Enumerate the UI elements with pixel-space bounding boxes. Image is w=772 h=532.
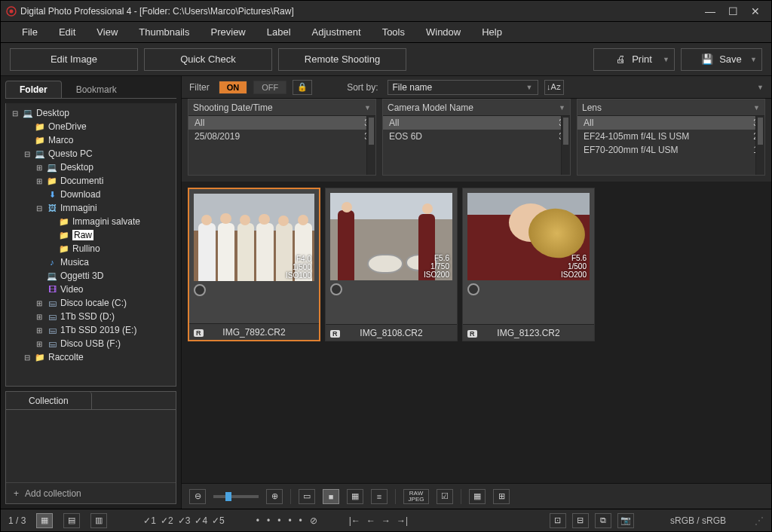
tree-item[interactable]: ⊞🖴Disco locale (C:)	[6, 296, 176, 310]
menu-adjustment[interactable]: Adjustment	[302, 22, 372, 42]
view-grid-button[interactable]: ▦	[347, 489, 363, 504]
thumbnail-grid[interactable]: F4.01/500ISO100RIMG_7892.CR2F5.61/750ISO…	[182, 182, 771, 483]
dot-icon[interactable]: •	[299, 515, 302, 526]
expand-toggle[interactable]: ⊞	[35, 313, 44, 321]
quick-check-button[interactable]: Quick Check	[144, 48, 272, 71]
thumbnail[interactable]: F5.61/750ISO200RIMG_8108.CR2	[325, 188, 458, 341]
tree-item[interactable]: ⊟🖼Immagini	[6, 201, 176, 215]
print-button[interactable]: 🖨 Print ▼	[593, 48, 675, 71]
checkmark-4[interactable]: ✓4	[195, 515, 207, 526]
dot-icon[interactable]: •	[288, 515, 291, 526]
prev-button[interactable]: ←	[366, 515, 375, 526]
view-fill-button[interactable]: ■	[323, 489, 339, 504]
menu-help[interactable]: Help	[471, 22, 513, 42]
tree-item[interactable]: ⊞📁Documenti	[6, 174, 176, 188]
scrollbar[interactable]	[561, 116, 570, 175]
thumbnail[interactable]: F5.61/500ISO200RIMG_8123.CR2	[462, 188, 595, 341]
dot-icon[interactable]: •	[256, 515, 259, 526]
tree-item[interactable]: ⊟💻Questo PC	[6, 147, 176, 161]
filter-row[interactable]: All3	[577, 116, 764, 130]
close-button[interactable]: ✕	[744, 4, 767, 19]
view-single-button[interactable]: ▭	[299, 489, 315, 504]
menu-view[interactable]: View	[86, 22, 128, 42]
tree-item[interactable]: ⊞💻Desktop	[6, 161, 176, 174]
menu-window[interactable]: Window	[415, 22, 471, 42]
tree-item[interactable]: ⊟📁Raccolte	[6, 350, 176, 364]
checkmark-1[interactable]: ✓1	[143, 515, 156, 526]
tree-item[interactable]: 📁Rullino	[6, 242, 176, 255]
save-button[interactable]: 💾 Save ▼	[681, 48, 762, 71]
menu-preview[interactable]: Preview	[201, 22, 256, 42]
zoom-in-button[interactable]: ⊕	[266, 489, 283, 504]
expand-toggle[interactable]: ⊞	[35, 326, 44, 335]
expand-toggle[interactable]: ⊟	[23, 353, 32, 362]
view-thumb2-button[interactable]: ⊞	[493, 489, 510, 504]
filter-off-button[interactable]: OFF	[253, 81, 286, 94]
expand-toggle[interactable]: ⊞	[35, 299, 44, 307]
filter-row[interactable]: All3	[188, 116, 375, 130]
layout-vsplit-button[interactable]: ▥	[90, 513, 107, 528]
checkmark-2[interactable]: ✓2	[161, 515, 173, 526]
menu-thumbnails[interactable]: Thumbnails	[128, 22, 200, 42]
tree-item[interactable]: ⊞🖴1Tb SSD (D:)	[6, 310, 176, 323]
menu-file[interactable]: File	[11, 22, 48, 42]
compare-button[interactable]: ⧉	[595, 513, 611, 528]
expand-toggle[interactable]: ⊟	[23, 150, 32, 158]
menu-tools[interactable]: Tools	[372, 22, 415, 42]
tab-bookmark[interactable]: Bookmark	[62, 81, 131, 98]
histogram-button[interactable]: ⊡	[550, 513, 566, 528]
camera-button[interactable]: 📷	[617, 513, 634, 528]
expand-toggle[interactable]: ⊞	[35, 177, 44, 185]
last-button[interactable]: →|	[397, 515, 408, 526]
scrollbar[interactable]	[755, 116, 764, 175]
dot-icon[interactable]: •	[267, 515, 270, 526]
tree-item[interactable]: ⊟💻Desktop	[6, 106, 176, 120]
filter-header[interactable]: Lens▼	[577, 99, 764, 116]
dot-icon[interactable]: •	[277, 515, 280, 526]
zoom-slider[interactable]	[213, 495, 259, 498]
info-button[interactable]: ⊟	[572, 513, 589, 528]
tree-item[interactable]: ⊞🖴1Tb SSD 2019 (E:)	[6, 323, 176, 337]
raw-jpeg-button[interactable]: RAW JPEG	[403, 489, 429, 504]
thumbnail[interactable]: F4.01/500ISO100RIMG_7892.CR2	[188, 188, 320, 341]
view-list-button[interactable]: ≡	[371, 489, 388, 504]
tab-folder[interactable]: Folder	[5, 81, 62, 98]
menu-label[interactable]: Label	[256, 22, 302, 42]
folder-tree[interactable]: ⊟💻Desktop📁OneDrive📁Marco⊟💻Questo PC⊞💻Des…	[5, 103, 176, 387]
reject-icon[interactable]: ⊘	[310, 515, 317, 526]
filter-header[interactable]: Camera Model Name▼	[383, 99, 570, 116]
expand-toggle[interactable]: ⊟	[11, 109, 20, 118]
view-thumb1-button[interactable]: ▦	[469, 489, 486, 504]
expand-toggle[interactable]: ⊟	[35, 204, 44, 212]
tree-item[interactable]: ⬇Download	[6, 188, 176, 201]
checkmark-3[interactable]: ✓3	[178, 515, 191, 526]
sort-by-select[interactable]: File name ▼	[388, 80, 538, 95]
tree-item[interactable]: 📁OneDrive	[6, 120, 176, 133]
zoom-out-button[interactable]: ⊖	[189, 489, 206, 504]
expand-toggle[interactable]: ⊞	[35, 340, 44, 348]
select-all-button[interactable]: ☑	[437, 489, 453, 504]
minimize-button[interactable]: —	[699, 4, 721, 19]
checkmark-5[interactable]: ✓5	[212, 515, 225, 526]
edit-image-button[interactable]: Edit Image	[10, 48, 138, 71]
filter-row[interactable]: 25/08/20193	[188, 130, 375, 143]
filter-row[interactable]: EF70-200mm f/4L USM1	[577, 143, 764, 157]
chevron-down-icon[interactable]: ▼	[757, 84, 764, 91]
tree-item[interactable]: ♪Musica	[6, 255, 176, 269]
filter-row[interactable]: EOS 6D3	[383, 130, 570, 143]
filter-row[interactable]: All3	[383, 116, 570, 130]
expand-toggle[interactable]: ⊞	[35, 164, 44, 172]
resize-grip-icon[interactable]: ⋰	[755, 515, 764, 526]
tree-item[interactable]: 📁Raw	[6, 228, 176, 242]
add-collection-button[interactable]: + Add collection	[6, 482, 176, 503]
tree-item[interactable]: 📁Immagini salvate	[6, 215, 176, 228]
maximize-button[interactable]: ☐	[721, 4, 744, 19]
first-button[interactable]: |←	[349, 515, 360, 526]
layout-grid-button[interactable]: ▦	[36, 513, 53, 528]
sort-direction-button[interactable]: ↓Aᴢ	[544, 80, 564, 95]
layout-split-button[interactable]: ▤	[63, 513, 80, 528]
tree-item[interactable]: ⊞🖴Disco USB (F:)	[6, 337, 176, 350]
tab-collection[interactable]: Collection	[6, 392, 92, 409]
filter-on-button[interactable]: ON	[219, 81, 248, 94]
scrollbar[interactable]	[366, 116, 375, 175]
